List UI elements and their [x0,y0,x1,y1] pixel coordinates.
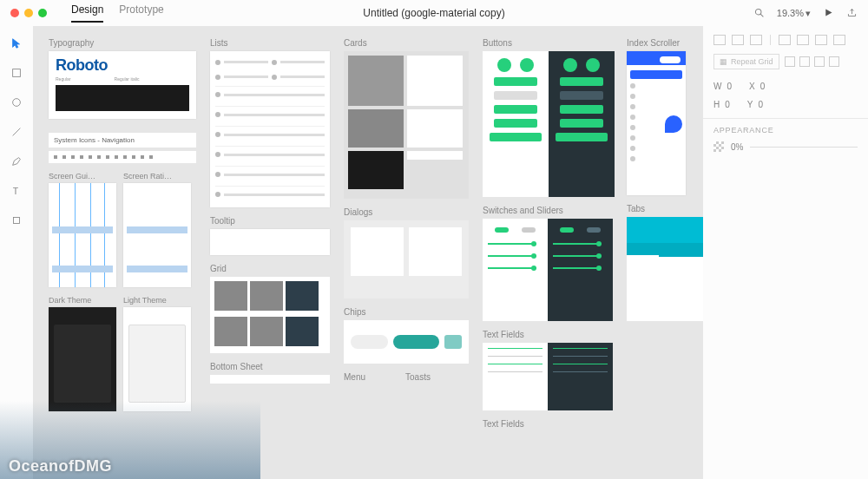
align-right-icon[interactable] [750,35,762,45]
artboard-switches[interactable] [483,219,613,321]
artboard-label-tooltip[interactable]: Tooltip [210,216,330,226]
height-label: H [713,100,720,109]
artboard-light-theme[interactable] [123,307,191,411]
repeat-grid-button[interactable]: ▦ Repeat Grid [713,54,779,69]
artboard-label-switches[interactable]: Switches and Sliders [483,206,613,215]
artboard-tooltip[interactable] [210,229,330,255]
artboard-bottom-sheet[interactable] [210,375,330,384]
svg-point-0 [755,9,761,15]
svg-marker-3 [13,39,20,49]
rectangle-tool[interactable] [10,66,23,80]
canvas[interactable]: Typography Roboto RegularRegular italic … [33,26,703,479]
chevron-down-icon: ▾ [806,8,811,19]
opacity-value[interactable]: 0% [731,142,743,152]
text-tool[interactable]: T [10,184,23,198]
width-label: W [713,82,721,91]
artboard-cards[interactable] [344,51,469,199]
y-value[interactable]: 0 [758,100,763,109]
artboard-label-screen-guide[interactable]: Screen Gui… [49,172,118,180]
tab-design[interactable]: Design [71,3,103,23]
artboard-label-grid[interactable]: Grid [210,264,330,273]
artboard-label-screen-ratio[interactable]: Screen Rati… [123,172,193,180]
artboard-label-menu[interactable]: Menu [344,372,365,382]
artboard-dark-theme[interactable] [49,307,116,411]
traffic-lights [10,9,47,17]
tools-sidebar: T [0,26,33,479]
maximize-window-button[interactable] [38,9,47,17]
svg-line-1 [760,14,763,16]
artboard-label-lists[interactable]: Lists [210,38,330,48]
share-icon[interactable] [846,7,858,20]
align-center-v-icon[interactable] [797,35,809,45]
artboard-label-dark-theme[interactable]: Dark Theme [49,296,118,305]
artboard-label-index-scroller[interactable]: Index Scroller [627,38,703,48]
artboard-screen-ratio[interactable] [123,183,191,287]
align-top-icon[interactable] [779,35,791,45]
artboard-label-sysicons[interactable]: System Icons - Navigation [49,133,196,148]
distribute-icon[interactable] [833,35,845,45]
artboard-chips[interactable] [344,320,469,364]
appearance-heading: APPEARANCE [713,126,858,135]
pen-tool[interactable] [10,154,23,168]
artboard-index-scroller[interactable] [627,51,686,195]
zoom-control[interactable]: 19.3% ▾ [777,8,811,19]
mode-tabs: Design Prototype [71,3,164,23]
svg-point-5 [13,99,21,107]
artboard-dialogs[interactable] [344,220,469,299]
ellipse-tool[interactable] [10,95,23,109]
artboard-label-cards[interactable]: Cards [344,38,469,48]
roboto-title: Roboto [56,56,189,75]
properties-panel: ▦ Repeat Grid W 0 X 0 H 0 Y 0 APPEARANCE… [703,26,868,479]
tab-prototype[interactable]: Prototype [119,3,163,23]
artboard-sysicons[interactable] [49,151,196,163]
artboard-label-text-fields[interactable]: Text Fields [483,330,613,339]
svg-text:T: T [13,186,19,196]
close-window-button[interactable] [10,9,19,17]
select-tool[interactable] [10,36,23,50]
opacity-swatch[interactable] [713,141,724,152]
repeat-grid-icon: ▦ [720,57,727,66]
artboard-label-buttons[interactable]: Buttons [483,38,613,48]
artboard-buttons[interactable] [483,51,613,197]
search-icon[interactable] [753,7,765,20]
height-value[interactable]: 0 [725,100,730,109]
zoom-value: 19.3% [777,8,804,18]
artboard-text-fields[interactable] [483,343,613,410]
artboard-grid[interactable] [210,277,330,353]
repeat-grid-label: Repeat Grid [731,57,773,66]
watermark-text: OceanofDMG [9,457,112,476]
align-center-h-icon[interactable] [732,35,744,45]
align-bottom-icon[interactable] [815,35,827,45]
artboard-screen-guide[interactable] [49,183,116,287]
artboard-lists[interactable] [210,51,330,207]
artboard-label-typography[interactable]: Typography [49,38,196,48]
width-value[interactable]: 0 [727,82,732,91]
x-value[interactable]: 0 [760,82,766,91]
boolean-subtract-icon[interactable] [799,56,810,67]
preview-play-icon[interactable] [823,7,834,20]
line-tool[interactable] [10,125,23,139]
minimize-window-button[interactable] [24,9,33,17]
y-label: Y [747,100,753,109]
artboard-label-bottom-sheet[interactable]: Bottom Sheet [210,362,330,371]
artboard-label-dialogs[interactable]: Dialogs [344,207,469,217]
artboard-label-text-fields-2[interactable]: Text Fields [483,419,613,429]
artboard-label-chips[interactable]: Chips [344,307,469,317]
artboard-tool[interactable] [10,213,23,227]
artboard-label-tabs[interactable]: Tabs [627,204,703,213]
artboard-tabs[interactable] [627,217,703,321]
x-label: X [749,82,755,91]
artboard-typography[interactable]: Roboto RegularRegular italic [49,51,196,119]
opacity-slider[interactable] [750,147,858,148]
svg-rect-8 [14,218,20,224]
artboard-label-light-theme[interactable]: Light Theme [123,296,193,305]
align-row [713,35,858,45]
align-left-icon[interactable] [713,35,726,45]
boolean-exclude-icon[interactable] [829,56,839,67]
document-title: Untitled (google-material copy) [363,7,504,19]
svg-marker-2 [825,9,832,16]
artboard-label-toasts[interactable]: Toasts [405,372,431,382]
boolean-intersect-icon[interactable] [814,56,825,67]
svg-rect-4 [13,69,21,77]
boolean-add-icon[interactable] [785,56,795,67]
